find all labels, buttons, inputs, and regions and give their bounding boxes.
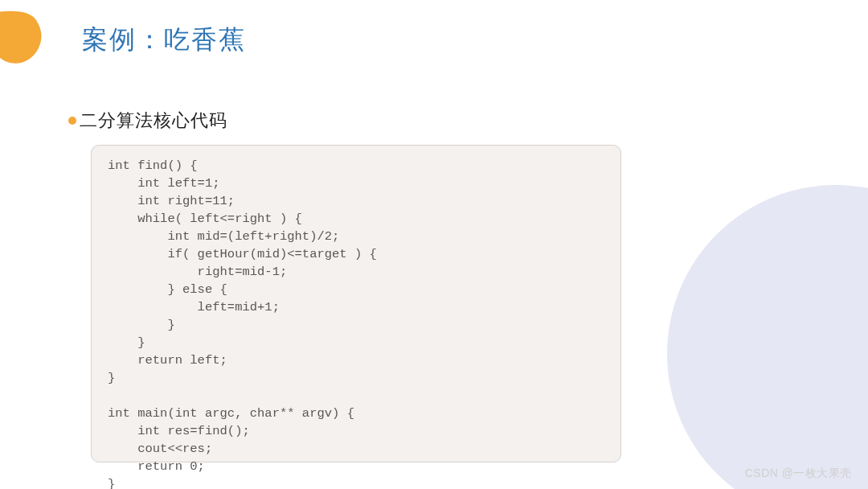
code-content: int find() { int left=1; int right=11; w… — [108, 157, 604, 489]
subtitle-row: 二分算法核心代码 — [68, 109, 227, 133]
subtitle-text: 二分算法核心代码 — [80, 109, 227, 133]
decorative-blob — [0, 8, 56, 72]
bullet-icon — [68, 117, 76, 125]
slide-title: 案例：吃香蕉 — [82, 23, 246, 58]
decorative-circle — [667, 185, 868, 489]
watermark-text: CSDN @一枚大果壳 — [745, 466, 852, 481]
code-block: int find() { int left=1; int right=11; w… — [91, 145, 621, 462]
